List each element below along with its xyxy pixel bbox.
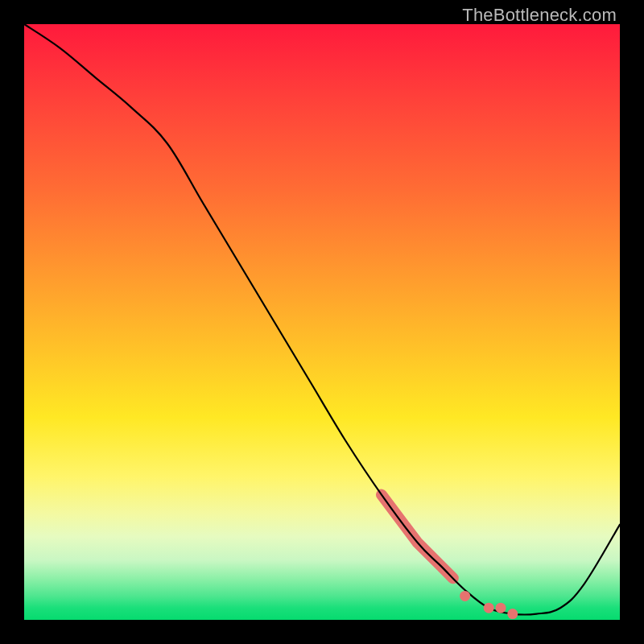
highlight-segment bbox=[382, 495, 453, 579]
marker-dot bbox=[460, 591, 470, 601]
watermark-text: TheBottleneck.com bbox=[462, 5, 617, 26]
bottleneck-curve bbox=[24, 24, 620, 615]
plot-area bbox=[24, 24, 620, 620]
chart-frame: TheBottleneck.com bbox=[0, 0, 644, 644]
marker-dot bbox=[484, 603, 494, 613]
marker-dots bbox=[460, 591, 518, 619]
marker-dot bbox=[496, 603, 506, 613]
chart-svg bbox=[24, 24, 620, 620]
marker-dot bbox=[507, 609, 518, 619]
